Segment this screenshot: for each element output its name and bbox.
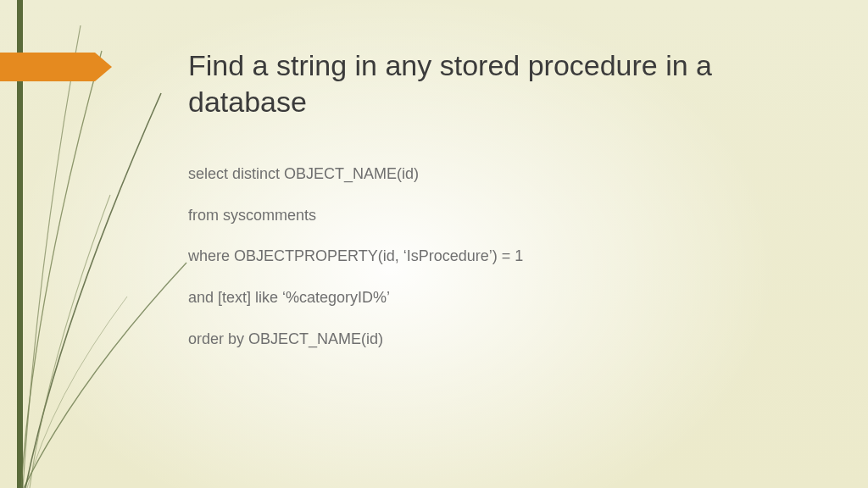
code-line: where OBJECTPROPERTY(id, ‘IsProcedure’) … [188, 246, 834, 266]
code-line: and [text] like ‘%categoryID%’ [188, 287, 834, 308]
slide-title: Find a string in any stored procedure in… [188, 47, 834, 119]
sql-code-block: select distinct OBJECT_NAME(id) from sys… [188, 143, 834, 369]
title-arrow-icon [0, 53, 112, 81]
code-line: select distinct OBJECT_NAME(id) [188, 164, 834, 184]
code-line: from syscomments [188, 205, 834, 225]
slide-content: Find a string in any stored procedure in… [188, 47, 834, 369]
code-line: order by OBJECT_NAME(id) [188, 329, 834, 349]
